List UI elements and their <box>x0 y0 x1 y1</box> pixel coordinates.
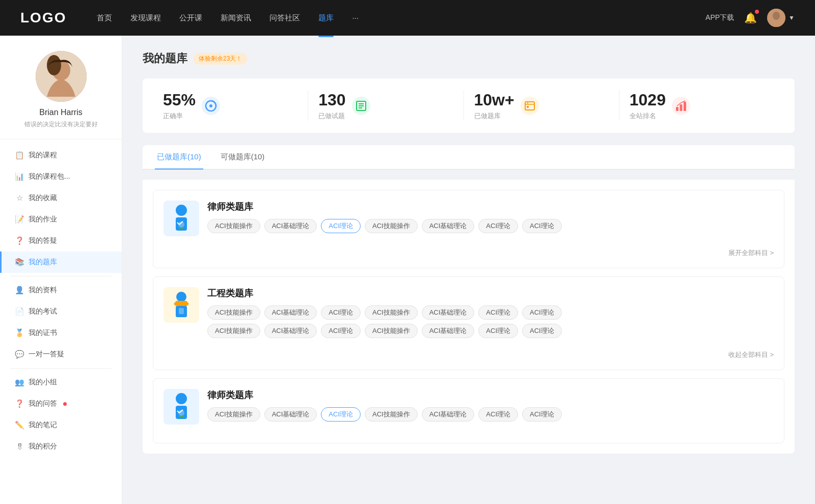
qbank-title-0: 律师类题库 <box>207 201 774 213</box>
nav-news[interactable]: 新闻资讯 <box>221 11 251 25</box>
sidebar-item-one-on-one[interactable]: 💬 一对一答疑 <box>0 344 122 365</box>
qbank-avatar-0 <box>164 201 199 236</box>
qbank-tag[interactable]: ACI基础理论 <box>264 219 317 233</box>
homework-icon: 📝 <box>15 215 23 223</box>
qbank-tag[interactable]: ACI技能操作 <box>365 219 418 233</box>
expand-link-0[interactable]: 展开全部科目 > <box>164 244 774 258</box>
notes-icon: ✏️ <box>15 421 23 429</box>
qbank-tag-active[interactable]: ACI理论 <box>321 407 361 422</box>
svg-rect-18 <box>684 102 686 111</box>
tab-available-banks[interactable]: 可做题库(10) <box>219 145 267 169</box>
svg-point-1 <box>773 12 780 20</box>
qbank-tag[interactable]: ACI基础理论 <box>422 324 475 338</box>
collapse-link-1[interactable]: 收起全部科目 > <box>164 346 774 359</box>
qbank-tag[interactable]: ACI理论 <box>478 305 518 320</box>
qbank-tag[interactable]: ACI技能操作 <box>365 324 418 338</box>
points-icon: 🎖 <box>15 442 23 451</box>
qbank-tags-1-row1: ACI技能操作 ACI基础理论 ACI理论 ACI技能操作 ACI基础理论 AC… <box>207 305 774 320</box>
done-banks-icon <box>521 97 539 115</box>
user-avatar-menu[interactable]: ▼ <box>767 9 795 27</box>
qbank-tags-1-row2: ACI技能操作 ACI基础理论 ACI理论 ACI技能操作 ACI基础理论 AC… <box>207 324 774 338</box>
sidebar-item-notes[interactable]: ✏️ 我的笔记 <box>0 414 122 436</box>
qbank-tag[interactable]: ACI理论 <box>478 407 518 422</box>
qbank-tag[interactable]: ACI基础理论 <box>422 407 475 422</box>
stat-rank: 1029 全站排名 <box>619 91 774 121</box>
tabs-bar: 已做题库(10) 可做题库(10) <box>143 145 795 170</box>
qa-icon: ❓ <box>15 237 23 245</box>
profile-name: Brian Harris <box>10 108 112 117</box>
sidebar: Brian Harris 错误的决定比没有决定要好 📋 我的课程 📊 我的课程包… <box>0 36 122 504</box>
nav-qa[interactable]: 问答社区 <box>269 11 300 25</box>
qbank-tag[interactable]: ACI理论 <box>522 305 562 320</box>
qbank-tags-0: ACI技能操作 ACI基础理论 ACI理论 ACI技能操作 ACI基础理论 AC… <box>207 219 774 233</box>
qbank-tag[interactable]: ACI理论 <box>321 305 361 320</box>
my-qa-icon: ❓ <box>15 400 23 408</box>
notification-bell[interactable]: 🔔 <box>744 12 757 24</box>
stat-accuracy: 55% 正确率 <box>163 91 308 121</box>
done-questions-label: 已做试题 <box>318 111 345 121</box>
qbank-tag[interactable]: ACI技能操作 <box>365 407 418 422</box>
navbar-right: APP下载 🔔 ▼ <box>705 9 795 27</box>
svg-point-24 <box>176 292 186 302</box>
certificate-icon: 🏅 <box>15 329 23 337</box>
qbank-tag[interactable]: ACI理论 <box>478 324 518 338</box>
qbank-title-2: 律师类题库 <box>207 389 774 401</box>
qbank-tag[interactable]: ACI技能操作 <box>207 219 260 233</box>
sidebar-item-my-course[interactable]: 📋 我的课程 <box>0 145 122 166</box>
accuracy-label: 正确率 <box>163 111 196 121</box>
qbank-tag[interactable]: ACI理论 <box>321 324 361 338</box>
sidebar-item-group[interactable]: 👥 我的小组 <box>0 372 122 393</box>
qbank-tag[interactable]: ACI理论 <box>478 219 518 233</box>
sidebar-item-my-qa[interactable]: ❓ 我的问答 <box>0 393 122 414</box>
page-header: 我的题库 体验剩余23天！ <box>143 51 795 66</box>
qbank-tag[interactable]: ACI基础理论 <box>264 324 317 338</box>
qbank-tag[interactable]: ACI技能操作 <box>207 407 260 422</box>
qa-dot-badge <box>63 402 67 406</box>
qbank-tag[interactable]: ACI技能操作 <box>207 305 260 320</box>
qbank-tag[interactable]: ACI基础理论 <box>422 219 475 233</box>
stat-done-questions: 130 已做试题 <box>308 91 464 121</box>
qbank-avatar-1 <box>164 287 199 323</box>
qbank-tag[interactable]: ACI基础理论 <box>422 305 475 320</box>
sidebar-item-qa[interactable]: ❓ 我的答疑 <box>0 230 122 251</box>
qbank-tag[interactable]: ACI理论 <box>522 407 562 422</box>
qbank-tags-2: ACI技能操作 ACI基础理论 ACI理论 ACI技能操作 ACI基础理论 AC… <box>207 407 774 422</box>
sidebar-item-favorites[interactable]: ☆ 我的收藏 <box>0 187 122 209</box>
stats-bar: 55% 正确率 130 已做试题 <box>143 78 795 133</box>
nav-more[interactable]: ··· <box>352 11 359 25</box>
qbank-avatar-2 <box>164 389 199 425</box>
qbank-tag[interactable]: ACI理论 <box>522 324 562 338</box>
profile-motto: 错误的决定比没有决定要好 <box>10 120 112 129</box>
tab-done-banks[interactable]: 已做题库(10) <box>155 145 203 169</box>
qbank-tag[interactable]: ACI基础理论 <box>264 407 317 422</box>
rank-value: 1029 <box>630 91 666 109</box>
app-download-btn[interactable]: APP下载 <box>705 13 734 22</box>
menu-divider-1 <box>10 276 112 276</box>
done-questions-value: 130 <box>318 91 345 109</box>
sidebar-item-profile[interactable]: 👤 我的资料 <box>0 279 122 301</box>
svg-point-19 <box>176 205 187 216</box>
sidebar-item-homework[interactable]: 📝 我的作业 <box>0 209 122 230</box>
done-banks-value: 10w+ <box>474 91 514 109</box>
qbank-tag[interactable]: ACI技能操作 <box>207 324 260 338</box>
nav-discover[interactable]: 发现课程 <box>130 11 161 25</box>
qbank-tag[interactable]: ACI技能操作 <box>365 305 418 320</box>
nav-opencourse[interactable]: 公开课 <box>179 11 202 25</box>
qbank-tag[interactable]: ACI理论 <box>522 219 562 233</box>
sidebar-item-qbank[interactable]: 📚 我的题库 <box>0 251 122 273</box>
done-banks-label: 已做题库 <box>474 111 514 121</box>
logo[interactable]: LOGO <box>20 10 66 26</box>
qbank-tag-active[interactable]: ACI理论 <box>321 219 361 233</box>
main-layout: Brian Harris 错误的决定比没有决定要好 📋 我的课程 📊 我的课程包… <box>0 36 815 504</box>
sidebar-item-certificate[interactable]: 🏅 我的证书 <box>0 322 122 344</box>
one-on-one-icon: 💬 <box>15 350 23 358</box>
svg-rect-26 <box>179 308 184 314</box>
sidebar-item-course-package[interactable]: 📊 我的课程包... <box>0 166 122 187</box>
qbank-tag[interactable]: ACI基础理论 <box>264 305 317 320</box>
sidebar-item-exam[interactable]: 📄 我的考试 <box>0 301 122 322</box>
star-icon: ☆ <box>15 194 23 202</box>
navbar: LOGO 首页 发现课程 公开课 新闻资讯 问答社区 题库 ··· APP下载 … <box>0 0 815 36</box>
nav-qbank[interactable]: 题库 <box>318 11 334 25</box>
sidebar-item-points[interactable]: 🎖 我的积分 <box>0 436 122 457</box>
nav-home[interactable]: 首页 <box>97 11 112 25</box>
